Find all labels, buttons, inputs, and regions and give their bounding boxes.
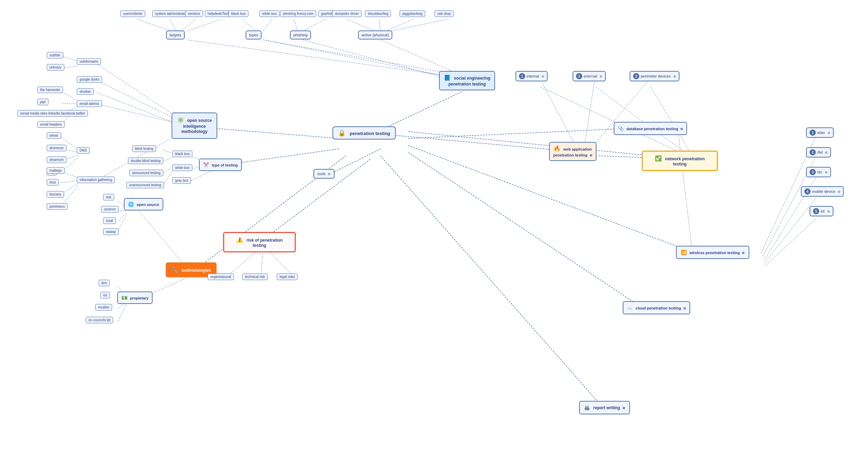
svg-line-45	[62, 56, 78, 61]
node-shodan: shodan	[77, 88, 94, 95]
database-label: database penetration testing	[627, 127, 678, 131]
svg-line-22	[263, 19, 272, 31]
node-foca: loca	[47, 179, 58, 186]
node-nist: nist	[103, 194, 114, 200]
node-dnsenum: dnsenum	[47, 156, 66, 163]
svg-line-80	[266, 249, 292, 275]
node-users-clients: users/clients	[120, 10, 145, 17]
node-tools: tools ⊕	[313, 169, 335, 179]
svg-line-41	[765, 218, 816, 267]
node-cloud: ☁️ cloud penetration testing ⊕	[623, 301, 690, 314]
svg-line-31	[585, 78, 595, 144]
svg-line-48	[61, 103, 78, 104]
svg-line-34	[595, 87, 685, 152]
node-report: 🖨️ report writing ⊕	[574, 401, 635, 414]
svg-line-27	[386, 19, 413, 31]
node-vendors: vendors	[185, 10, 203, 17]
node-central: 🔒 penetration testing	[332, 126, 396, 140]
node-osint: ✳️ open source intelligence methodology	[163, 113, 226, 139]
central-label: penetration testing	[350, 131, 390, 136]
svg-line-78	[228, 249, 259, 275]
node-pipl: pipl	[37, 99, 48, 105]
node-info-gathering: information gathering	[77, 177, 115, 183]
tools-label: tools	[318, 172, 326, 176]
node-maltego: maltego	[47, 167, 65, 174]
svg-line-67	[163, 170, 173, 185]
methodologies-label: methodologies	[182, 268, 211, 273]
node-wireless: 📶 wireless penetration testing ⊕	[675, 246, 751, 259]
node-pentmenu: pentmenu	[47, 203, 67, 210]
network-label: network penetration testing	[665, 156, 705, 167]
cloud-label: cloud penetration testing	[636, 306, 681, 310]
node-ec-councils: ec-councils lpt	[86, 317, 113, 323]
svg-line-79	[261, 249, 263, 275]
svg-line-47	[61, 91, 78, 101]
node-active: active (physical)	[358, 30, 392, 39]
node-mobile: 4 mobile device ⊕	[801, 186, 844, 197]
svg-line-72	[118, 213, 126, 222]
social-eng-label: social engineering penetration testing	[448, 76, 490, 87]
node-org-risk: organistaonal	[208, 273, 234, 280]
node-network: ✅ network penetration testing	[642, 151, 718, 171]
node-issaf: issaf	[103, 217, 116, 224]
node-osstmm: osstmm	[101, 206, 119, 213]
node-usb-drop: usb drop	[435, 10, 454, 17]
svg-line-24	[303, 19, 325, 31]
node-white-box-tt: white box	[172, 164, 192, 171]
svg-line-20	[187, 19, 221, 31]
node-owasp: owasp	[103, 228, 119, 235]
node-black-box-tt: black box	[172, 151, 192, 157]
node-mcafee: mcafee	[95, 304, 112, 311]
node-wlan: 1 wlan ⊕	[806, 127, 834, 138]
node-unannounced: unannounced testing	[126, 182, 164, 188]
node-piggybacking: piggybacking	[400, 10, 425, 17]
node-dnsrecon: dnsrecon	[47, 145, 66, 151]
node-external: 2 external ⊕	[573, 71, 606, 81]
wireless-label: wireless penetration testing	[689, 251, 740, 255]
propietary-label: propietary	[130, 296, 149, 300]
node-legal-risk: legal risks	[277, 273, 298, 280]
node-internal: 1 internal ⊕	[515, 71, 548, 81]
svg-line-66	[163, 166, 173, 174]
node-email-headers: email headers	[37, 121, 65, 128]
svg-line-23	[294, 19, 298, 31]
node-the-harvester: the harvester	[37, 87, 63, 93]
node-risk: ⚠️ risk of penetration testing	[223, 232, 296, 252]
node-nfc: 3 nfc ⊕	[806, 167, 831, 177]
svg-line-35	[650, 87, 690, 152]
node-type-of-testing: ✂️ type of testing	[196, 159, 245, 171]
svg-line-36	[678, 132, 692, 249]
svg-line-19	[182, 19, 195, 31]
node-tech-risk: technical risk	[242, 273, 268, 280]
node-fsociety: fsociety	[47, 191, 64, 198]
node-social-eng: 📘 social engineering penetration testing	[429, 71, 505, 90]
node-dumpster-driver: dumpster driver	[332, 10, 362, 17]
node-social-media: social media sites linkedin,facebook,twi…	[17, 110, 88, 117]
svg-line-28	[391, 19, 448, 31]
svg-line-12	[187, 40, 463, 78]
svg-line-56	[61, 181, 78, 183]
connections-svg	[0, 0, 868, 467]
svg-line-18	[170, 19, 176, 31]
node-iot: 5 iot ⊕	[810, 206, 833, 216]
node-rfid: 2 rfid ⊕	[806, 147, 831, 158]
node-open-source: 🌐 open source	[123, 198, 164, 210]
svg-line-25	[346, 19, 375, 31]
node-database: 📎 database penetration testing ⊕	[619, 122, 682, 135]
svg-line-46	[62, 66, 78, 68]
risk-label: risk of penetration testing	[246, 238, 283, 248]
node-gray-box: gray box	[172, 177, 191, 184]
node-announced: announced testing	[129, 170, 163, 176]
node-perimeter: 3 perimeter devices ⊕	[630, 71, 679, 81]
node-types: types	[246, 30, 262, 39]
node-google-dorks: google dorks	[77, 76, 102, 83]
node-black-box-se: black box	[228, 10, 248, 17]
node-subdomains: subdomains	[77, 58, 101, 65]
node-email-address: email adress	[77, 100, 102, 107]
node-iss: iss	[100, 292, 110, 298]
node-ibm: ibm	[99, 280, 110, 286]
svg-line-65	[163, 158, 173, 162]
svg-line-17	[137, 19, 171, 31]
svg-line-40	[765, 197, 816, 263]
svg-line-77	[118, 305, 126, 322]
